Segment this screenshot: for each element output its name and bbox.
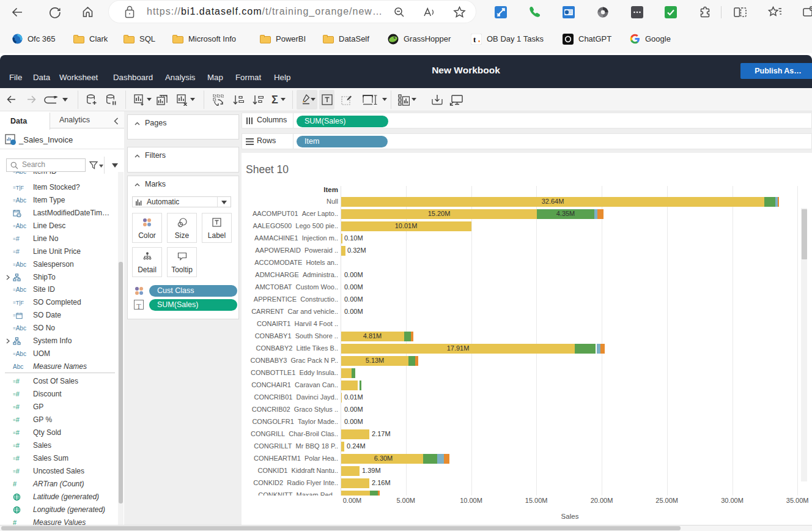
svg-text:t: t [473, 34, 476, 43]
